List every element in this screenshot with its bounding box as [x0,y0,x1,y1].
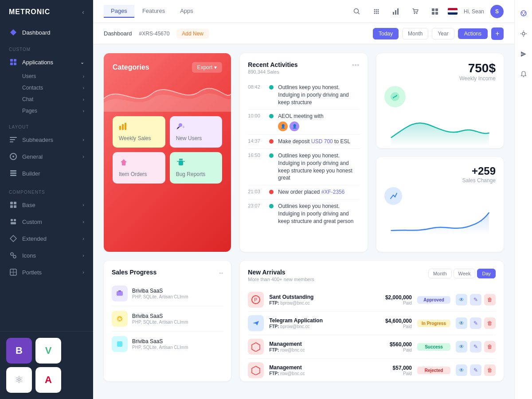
svg-rect-18 [11,222,16,224]
right-panel-notification-icon[interactable] [516,67,531,82]
tab-pages[interactable]: Pages [104,5,134,18]
arrival-paid-1: Paid [372,324,412,329]
sidebar-collapse-icon[interactable]: ‹ [82,8,84,16]
mini-card-weekly-sales[interactable]: Weekly Sales [113,116,165,148]
apps-grid-icon[interactable] [370,5,383,18]
sidebar: METRONIC ‹ Dashboard CUSTOM Applications… [0,0,93,399]
sidebar-item-applications[interactable]: Applications ⌄ [0,54,93,70]
arrival-icon-2 [248,339,264,355]
general-chevron: › [82,154,84,159]
activity-avatars: 👤 👤 [278,121,323,131]
dashboard-label: Dashboard [22,29,51,36]
bootstrap-logo: B [6,338,32,364]
sidebar-item-subheaders[interactable]: Subheaders › [0,131,93,148]
activities-more-icon[interactable]: ••• [352,61,360,69]
svg-point-19 [11,253,13,255]
arrival-edit-btn-3[interactable]: ✎ [470,364,481,376]
sales-progress-more-icon[interactable]: •• [219,270,223,277]
categories-card: Categories Export ▾ Weekly Sa [104,53,231,252]
svg-point-24 [354,8,358,13]
layout-section-label: LAYOUT [0,120,93,131]
svg-rect-46 [125,123,126,130]
mini-card-bug-reports[interactable]: Bug Reports [170,152,223,184]
sidebar-dashboard-item[interactable]: Dashboard [0,24,93,41]
language-flag[interactable] [448,8,458,15]
arrival-delete-btn-0[interactable]: 🗑 [484,294,496,305]
tab-features[interactable]: Features [135,5,172,18]
chart-icon[interactable] [389,5,403,18]
arrival-view-btn-0[interactable]: 👁 [456,294,467,305]
arrival-badge-2: Success [417,343,450,351]
arrival-edit-btn-2[interactable]: ✎ [470,341,481,352]
subheaders-label: Subheaders [22,137,53,143]
right-panel-palette-icon[interactable] [516,6,531,20]
arrival-actions-1: 👁 ✎ 🗑 [456,317,496,329]
search-icon[interactable] [350,5,364,18]
mini-card-item-orders[interactable]: Item Orders [113,152,165,184]
sidebar-item-builder[interactable]: Builder [0,165,93,182]
sidebar-subitem-contacts[interactable]: Contacts › [0,82,93,94]
svg-point-32 [374,12,375,14]
arrival-delete-btn-3[interactable]: 🗑 [484,364,496,376]
weekly-income-card: 750$ Weekly Income [376,53,504,148]
main-content: Pages Features Apps Hi, Sean S [93,0,514,399]
arrival-view-btn-2[interactable]: 👁 [456,341,467,352]
arrivals-week-btn[interactable]: Week [454,269,476,278]
export-button[interactable]: Export ▾ [192,62,223,73]
sidebar-item-custom[interactable]: Custom › [0,213,93,230]
arrival-delete-btn-1[interactable]: 🗑 [484,317,496,329]
arrival-edit-btn-1[interactable]: ✎ [470,317,481,329]
period-year-button[interactable]: Year [432,28,454,39]
period-today-button[interactable]: Today [373,28,399,39]
arrival-delete-btn-2[interactable]: 🗑 [484,341,496,352]
sales-progress-card: Sales Progress •• Briviba SaaS PHP, SQLi… [104,261,231,381]
right-panel [514,0,532,399]
bar-chart-icon [119,122,159,133]
actions-button[interactable]: Actions [458,28,488,39]
components-section-label: COMPONENTS [0,185,93,196]
activities-title: Recent Activities [248,61,297,68]
tab-apps[interactable]: Apps [173,5,200,18]
applications-chevron: ⌄ [80,59,84,65]
sidebar-item-extended[interactable]: Extended › [0,230,93,247]
arrival-edit-btn-0[interactable]: ✎ [470,294,481,305]
arrival-view-btn-1[interactable]: 👁 [456,317,467,329]
arrivals-title: New Arrivals [248,269,314,276]
arrivals-day-btn[interactable]: Day [477,269,496,278]
progress-sub-2: PHP, SQLite, Artisan CLImm [132,345,223,350]
sales-change-card: +259 Sales Change [376,157,504,252]
add-new-button[interactable]: Add New [176,29,209,39]
grid-icon[interactable] [428,5,442,18]
extended-label: Extended [22,235,47,242]
sidebar-item-general[interactable]: General › [0,148,93,165]
sidebar-item-base[interactable]: Base › [0,196,93,213]
arrivals-month-btn[interactable]: Month [428,269,452,278]
arrival-view-btn-3[interactable]: 👁 [456,364,467,376]
contacts-chevron: › [83,86,84,90]
sidebar-item-icons[interactable]: Icons › [0,247,93,264]
chat-chevron: › [83,97,84,102]
plus-button[interactable]: + [491,27,504,40]
svg-point-29 [374,11,375,12]
right-panel-settings-icon[interactable] [516,27,531,41]
arrival-price-2: $560,000 [372,341,412,348]
users-chevron: › [83,74,84,79]
sidebar-subitem-chat[interactable]: Chat › [0,94,93,105]
svg-rect-4 [10,137,17,138]
right-panel-send-icon[interactable] [516,47,531,61]
sidebar-subitem-users[interactable]: Users › [0,70,93,82]
income-line-chart [384,111,496,146]
shopping-icon[interactable] [409,5,422,18]
svg-text:P: P [254,297,257,302]
user-avatar[interactable]: S [490,5,504,18]
sales-line-chart [384,208,496,235]
svg-point-8 [12,156,14,157]
svg-point-30 [376,11,377,12]
dashboard-ref: #XRS-45670 [139,31,170,37]
period-month-button[interactable]: Month [402,28,428,39]
sidebar-item-portlets[interactable]: Portlets › [0,264,93,281]
svg-rect-17 [14,219,16,221]
mini-card-new-users[interactable]: + New Users [170,116,223,148]
sidebar-subitem-pages[interactable]: Pages › [0,105,93,117]
svg-line-25 [358,12,360,14]
